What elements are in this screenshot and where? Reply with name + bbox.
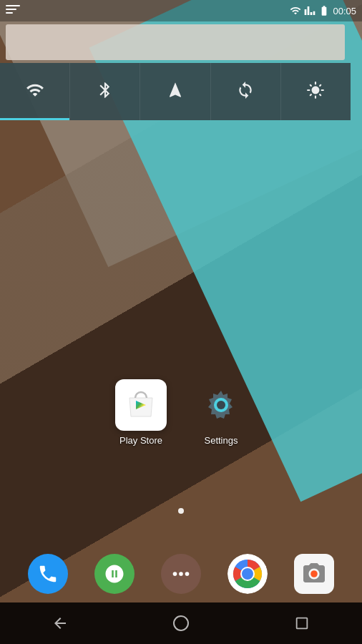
- playstore-app-icon[interactable]: Play Store: [115, 379, 167, 446]
- toggle-bluetooth[interactable]: [70, 63, 140, 120]
- playstore-label: Play Store: [119, 435, 162, 446]
- playstore-icon-svg: [124, 388, 158, 422]
- settings-icon-bg: [195, 379, 247, 431]
- toggle-sync[interactable]: [211, 63, 281, 120]
- status-time: 00:05: [333, 6, 356, 16]
- launcher-logo-icon: [6, 5, 20, 16]
- wifi-status-icon: [290, 5, 301, 16]
- svg-rect-13: [296, 618, 307, 629]
- settings-label: Settings: [205, 435, 238, 446]
- location-toggle-icon: [166, 81, 185, 102]
- toggle-row: [0, 63, 351, 120]
- home-apps: Play Store Settings: [0, 379, 362, 446]
- toggle-wifi[interactable]: [0, 63, 70, 120]
- dock-camera[interactable]: [294, 554, 334, 594]
- dock-chrome[interactable]: [228, 554, 268, 594]
- search-bar[interactable]: [6, 24, 345, 60]
- nav-bar: [0, 602, 362, 644]
- svg-point-5: [173, 572, 177, 576]
- recents-icon: [294, 615, 310, 631]
- bluetooth-toggle-icon: [96, 81, 114, 102]
- toggle-location[interactable]: [140, 63, 210, 120]
- launcher-dock-icon: [169, 562, 193, 586]
- sync-toggle-icon: [236, 81, 255, 102]
- svg-point-6: [179, 572, 183, 576]
- back-icon: [52, 615, 69, 632]
- phone-dock-icon: [37, 563, 59, 585]
- page-dot-1: [178, 508, 184, 514]
- dock-hangouts[interactable]: [94, 554, 134, 594]
- dock-launcher[interactable]: [161, 554, 201, 594]
- svg-point-7: [185, 572, 190, 576]
- brightness-toggle-icon: [306, 81, 325, 102]
- nav-home-button[interactable]: [167, 609, 195, 638]
- page-indicator: [178, 508, 184, 514]
- dock-phone[interactable]: [28, 554, 68, 594]
- dock: [0, 547, 362, 601]
- settings-icon-svg: [195, 379, 247, 431]
- signal-status-icon: [304, 5, 315, 16]
- svg-point-12: [174, 616, 188, 630]
- quick-settings-panel: [0, 21, 351, 120]
- playstore-icon-bg: [115, 379, 167, 431]
- hangouts-dock-icon: [104, 563, 125, 585]
- toggle-brightness[interactable]: [281, 63, 351, 120]
- home-icon: [172, 615, 190, 632]
- chrome-dock-icon: [228, 554, 268, 594]
- battery-status-icon: [318, 5, 330, 16]
- status-right: 00:05: [290, 5, 356, 16]
- nav-back-button[interactable]: [46, 609, 74, 638]
- nav-recents-button[interactable]: [288, 609, 316, 638]
- status-bar: 00:05: [0, 0, 362, 21]
- svg-point-4: [217, 401, 225, 409]
- settings-app-icon[interactable]: Settings: [195, 379, 247, 446]
- status-left: [6, 5, 20, 16]
- wifi-toggle-icon: [26, 81, 44, 102]
- svg-point-11: [242, 568, 253, 580]
- camera-dock-icon: [301, 561, 327, 587]
